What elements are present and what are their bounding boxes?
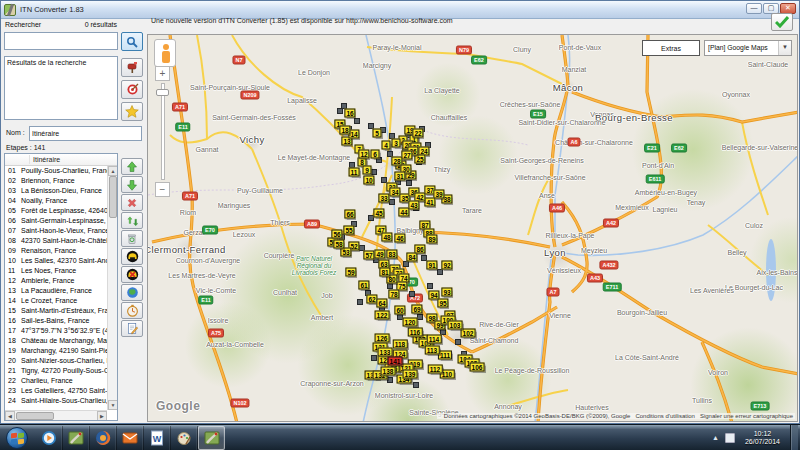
waypoint-row[interactable]: 06Saint-Germain-Lespinasse, Franc [5,216,117,226]
poi-button[interactable] [121,58,143,77]
map-waypoint-marker[interactable]: 139 [403,370,418,379]
map-waypoint-marker[interactable]: 5 [373,129,382,138]
scroll-left-arrow[interactable]: ◀ [5,411,15,421]
search-input[interactable] [4,32,118,50]
map-waypoint-marker[interactable]: 69 [411,305,422,314]
helmet-button[interactable] [121,248,143,265]
map-waypoint-marker[interactable]: 66 [344,210,355,219]
taskbar-itn-converter-pinned[interactable] [63,426,90,450]
map-waypoint-marker[interactable]: 106 [470,363,485,372]
hscroll-thumb[interactable] [16,412,54,420]
move-up-button[interactable] [121,158,143,175]
map-photo-marker[interactable] [455,339,461,345]
waypoint-list-header[interactable]: Itinéraire [5,154,117,166]
waypoint-row[interactable]: 01Pouilly-Sous-Charlieu, France [5,166,117,176]
waypoint-vscrollbar[interactable]: ▲ ▼ [107,166,117,410]
map-photo-marker[interactable] [437,269,443,275]
map-layer-dropdown[interactable]: [Plan] Google Maps ▼ [704,40,792,56]
search-button[interactable] [121,32,143,51]
map-photo-marker[interactable] [357,299,363,305]
waypoint-row[interactable]: 03La Bénisson-Dieu, France [5,186,117,196]
waypoint-row[interactable]: 22Charlieu, France [5,376,117,386]
tray-expand-icon[interactable]: ▲ [712,434,719,441]
taskbar-clock[interactable]: 10:12 26/07/2014 [741,430,784,446]
vscroll-thumb[interactable] [109,176,117,218]
zoom-slider-handle[interactable] [156,89,169,96]
map-waypoint-marker[interactable]: 118 [393,340,408,349]
waypoint-row[interactable]: 10Les Salles, 42370 Saint-André-d [5,256,117,266]
terms-link[interactable]: Conditions d'utilisation [635,413,695,419]
waypoint-row[interactable]: 1747°37'59.7"N 3°56'32.9"E (47.6 [5,326,117,336]
timer-button[interactable] [121,302,143,319]
map-waypoint-marker[interactable]: 113 [425,346,440,355]
map-photo-marker[interactable] [389,199,395,205]
waypoint-row[interactable]: 16Sail-les-Bains, France [5,316,117,326]
map-waypoint-marker[interactable]: 138 [381,367,396,376]
map-waypoint-marker[interactable]: 43 [408,201,419,210]
scroll-up-arrow[interactable]: ▲ [108,166,118,176]
map-waypoint-marker[interactable]: 58 [333,240,344,249]
target-button[interactable] [121,80,143,99]
scroll-right-arrow[interactable]: ▶ [97,411,107,421]
waypoint-row[interactable]: 20Saint-Nizier-sous-Charlieu, Franc [5,356,117,366]
map-waypoint-marker[interactable]: 9 [363,166,372,175]
taskbar-media-player[interactable] [36,426,63,450]
map-waypoint-marker[interactable]: 4 [382,141,391,150]
map-waypoint-marker[interactable]: 95 [437,299,448,308]
waypoint-hscrollbar[interactable]: ◀ ▶ [5,410,107,420]
apply-button[interactable] [771,13,793,31]
edit-notes-button[interactable] [121,320,143,337]
zoom-slider-track[interactable] [161,83,165,180]
map-waypoint-marker[interactable]: 27 [401,151,412,160]
taskbar-word[interactable]: W [144,426,171,450]
map-waypoint-marker[interactable]: 114 [427,335,442,344]
map-waypoint-marker[interactable]: 49 [374,250,385,259]
map-photo-marker[interactable] [403,261,409,267]
waypoint-row[interactable]: 0842370 Saint-Haon-le-Châtel, Fra [5,236,117,246]
waypoint-row[interactable]: 18Château de Marchangy, Marcha [5,336,117,346]
map-waypoint-marker[interactable]: 116 [408,328,423,337]
map-waypoint-marker[interactable]: 60 [394,306,405,315]
zoom-in-button[interactable]: + [155,66,170,81]
scroll-down-arrow[interactable]: ▼ [108,400,118,410]
map-waypoint-marker[interactable]: 103 [448,321,463,330]
favorites-button[interactable] [121,102,143,121]
zoom-out-button[interactable]: − [155,182,170,197]
extras-button[interactable]: Extras [642,40,700,56]
map-waypoint-marker[interactable]: 126 [375,334,390,343]
itinerary-name-input[interactable] [29,126,142,141]
map-waypoint-marker[interactable]: 81 [379,268,390,277]
waypoint-row[interactable]: 19Marchangy, 42190 Saint-Pierre-l [5,346,117,356]
map-waypoint-marker[interactable]: 112 [428,365,443,374]
map-waypoint-marker[interactable]: 102 [461,329,476,338]
map-waypoint-marker[interactable]: 16 [344,109,355,118]
waypoint-row[interactable]: 21Tigny, 42720 Pouilly-Sous-Charli [5,366,117,376]
map-waypoint-marker[interactable]: 84 [406,253,417,262]
waypoint-row[interactable]: 11Les Noes, France [5,266,117,276]
map-waypoint-marker[interactable]: 11 [349,168,360,177]
map-waypoint-marker[interactable]: 44 [398,208,409,217]
waypoint-row[interactable]: 14Le Crozet, France [5,296,117,306]
map-waypoint-marker[interactable]: 120 [403,318,418,327]
minimize-button[interactable]: — [746,3,762,14]
map-photo-marker[interactable] [387,377,393,383]
map-waypoint-marker[interactable]: 55 [343,226,354,235]
map-photo-marker[interactable] [406,180,412,186]
map-waypoint-marker[interactable]: 45 [373,209,384,218]
search-results-listbox[interactable]: Résultats de la recherche [4,56,118,120]
waypoint-row[interactable]: 09Renaison, France [5,246,117,256]
taskbar-mail[interactable] [117,426,144,450]
reverse-route-button[interactable] [121,212,143,229]
map-photo-marker[interactable] [371,169,377,175]
map-waypoint-marker[interactable]: 33 [378,194,389,203]
map-waypoint-marker[interactable]: 61 [358,281,369,290]
map-photo-marker[interactable] [371,355,377,361]
map-waypoint-marker[interactable]: 46 [394,234,405,243]
map-waypoint-marker[interactable]: 86 [414,245,425,254]
map-canvas[interactable]: Paray-le-MonialMarcignyLe DonjonLa Claye… [147,34,798,422]
map-waypoint-marker[interactable]: 133 [378,348,393,357]
waypoint-row[interactable]: 02Briennon, France [5,176,117,186]
map-waypoint-marker[interactable]: 59 [345,268,356,277]
map-waypoint-marker[interactable]: 83 [386,250,397,259]
show-desktop-button[interactable] [790,425,798,450]
